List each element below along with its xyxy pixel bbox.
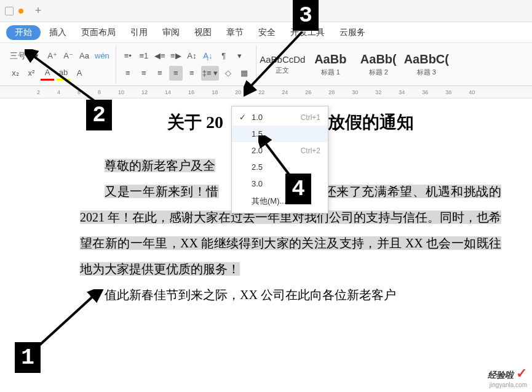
tab-start[interactable]: 开始	[6, 25, 41, 40]
align-justify-icon[interactable]: ≡	[169, 66, 183, 81]
tab-insert[interactable]: 插入	[43, 25, 73, 41]
arrow-3-to-spacing	[244, 27, 317, 101]
sort-icon[interactable]: Ą↓	[201, 49, 215, 63]
arrow-1-to-text	[34, 289, 108, 351]
ruler-mark: 16	[188, 89, 194, 95]
align-left-icon[interactable]: ≡	[121, 66, 135, 81]
numbering-icon[interactable]: ≡1	[137, 49, 151, 63]
spacing-shortcut: Ctrl+1	[301, 113, 320, 122]
show-marks-icon[interactable]: ¶	[217, 49, 231, 63]
tab-cloud[interactable]: 云服务	[333, 25, 371, 41]
spacing-option-1.0[interactable]: ✓ 1.0 Ctrl+1	[232, 109, 328, 126]
tab-references[interactable]: 引用	[124, 25, 154, 41]
distribute-icon[interactable]: ≡	[185, 66, 199, 81]
tab-view[interactable]: 视图	[188, 25, 218, 41]
annotation-4: 4	[285, 174, 311, 204]
style-heading3[interactable]: AaBbC( 标题 3	[403, 48, 450, 81]
text-direction-icon[interactable]: A↕	[185, 49, 199, 63]
selected-text: 尊敬的新老客户及全	[105, 159, 215, 172]
shading-icon[interactable]: ◇	[221, 66, 235, 81]
paragraph-group: ≡• ≡1 ◀≡ ≡▶ A↕ Ą↓ ¶ ▾ ≡ ≡ ≡ ≡ ≡ ‡≡ ▾ ◇ ▦	[116, 46, 256, 84]
decrease-indent-icon[interactable]: ◀≡	[153, 49, 167, 63]
ruler-mark: 14	[165, 89, 171, 95]
title-bar: +	[0, 0, 532, 22]
ruler-mark: 38	[445, 89, 451, 95]
style-label: 标题 1	[321, 68, 340, 77]
ruler-mark: 36	[422, 89, 428, 95]
svg-line-2	[263, 140, 292, 178]
style-label: 标题 2	[369, 68, 388, 77]
modified-dot-icon	[18, 9, 23, 14]
watermark: 经验啦 ✓ jingyanla.com	[488, 366, 527, 388]
doc-text: 值此新春佳节到来之际，XX 公司在此向各位新老客户	[105, 288, 396, 302]
new-tab-button[interactable]: +	[30, 2, 47, 20]
align-center-icon[interactable]: ≡	[137, 66, 151, 81]
tab-review[interactable]: 审阅	[156, 25, 186, 41]
ruler-mark: 30	[352, 89, 358, 95]
bullets-icon[interactable]: ≡•	[121, 49, 135, 63]
ruler-mark: 28	[328, 89, 335, 95]
spacing-label: 1.0	[252, 113, 301, 122]
style-preview-text: AaBbC(	[404, 52, 449, 66]
style-preview-text: AaBb	[314, 52, 346, 66]
tab-page-layout[interactable]: 页面布局	[75, 25, 122, 41]
subscript-icon[interactable]: x₂	[9, 66, 22, 81]
svg-line-1	[248, 32, 302, 89]
svg-line-0	[31, 54, 95, 102]
check-icon: ✓	[239, 113, 252, 122]
ruler-mark: 20	[235, 89, 241, 95]
style-preview-text: AaBb(	[360, 52, 397, 66]
spacing-option-other[interactable]: 其他(M)...	[232, 192, 328, 210]
annotation-2: 2	[86, 100, 112, 130]
window-icon	[5, 7, 14, 15]
ruler-mark: 40	[469, 89, 475, 95]
line-spacing-icon[interactable]: ‡≡ ▾	[201, 66, 219, 81]
increase-indent-icon[interactable]: ≡▶	[169, 49, 183, 63]
selected-text: 又是一年新来到！惜	[105, 185, 219, 198]
ruler-mark: 34	[399, 89, 405, 95]
svg-line-3	[39, 294, 95, 346]
style-heading2[interactable]: AaBb( 标题 2	[355, 48, 402, 81]
ruler-mark: 12	[141, 89, 148, 95]
align-right-icon[interactable]: ≡	[153, 66, 167, 81]
ruler-mark: 32	[375, 89, 381, 95]
ruler-mark: 10	[118, 89, 124, 95]
style-label: 标题 3	[417, 68, 436, 77]
annotation-3: 3	[293, 0, 319, 31]
annotation-1: 1	[15, 342, 41, 373]
ruler-mark: 18	[212, 89, 218, 95]
